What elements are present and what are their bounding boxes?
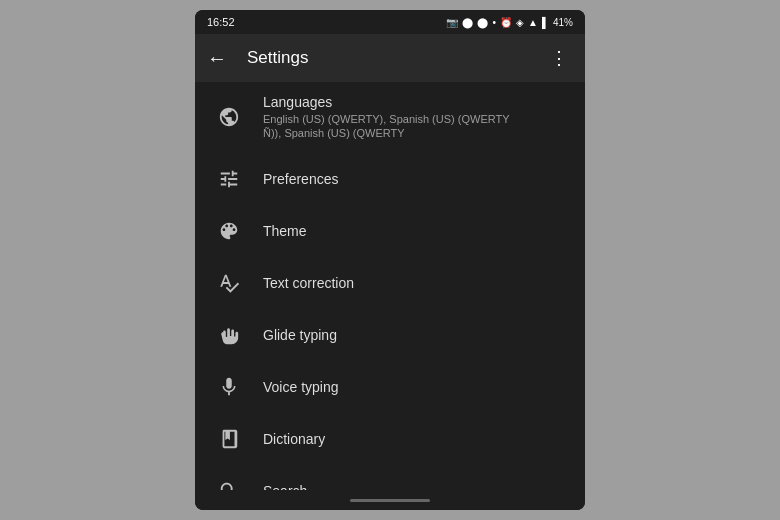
- languages-title: Languages: [263, 94, 569, 110]
- settings-item-text-correction[interactable]: Text correction: [195, 257, 585, 309]
- instagram-icon: 📷: [446, 17, 458, 28]
- toolbar: ← Settings ⋮: [195, 34, 585, 82]
- search-title: Search: [263, 483, 569, 490]
- search-text: Search: [263, 483, 569, 490]
- bottom-bar: [195, 490, 585, 510]
- gesture-icon: [211, 324, 247, 346]
- settings-item-preferences[interactable]: Preferences: [195, 153, 585, 205]
- glide-typing-title: Glide typing: [263, 327, 569, 343]
- alarm-icon: ⏰: [500, 17, 512, 28]
- status-icons: 📷 ⬤ ⬤ • ⏰ ◈ ▲ ▌ 41%: [446, 17, 573, 28]
- settings-item-languages[interactable]: Languages English (US) (QWERTY), Spanish…: [195, 82, 585, 153]
- glide-typing-text: Glide typing: [263, 327, 569, 343]
- settings-item-theme[interactable]: Theme: [195, 205, 585, 257]
- settings-item-dictionary[interactable]: Dictionary: [195, 413, 585, 465]
- back-button[interactable]: ←: [203, 43, 231, 74]
- book-icon: [211, 428, 247, 450]
- theme-text: Theme: [263, 223, 569, 239]
- voice-typing-title: Voice typing: [263, 379, 569, 395]
- microphone-icon: [211, 376, 247, 398]
- dictionary-text: Dictionary: [263, 431, 569, 447]
- dot-icon: •: [492, 17, 496, 28]
- preferences-text: Preferences: [263, 171, 569, 187]
- palette-icon: [211, 220, 247, 242]
- more-button[interactable]: ⋮: [542, 43, 577, 73]
- facebook-icon: ⬤: [462, 17, 473, 28]
- status-bar: 16:52 📷 ⬤ ⬤ • ⏰ ◈ ▲ ▌ 41%: [195, 10, 585, 34]
- settings-item-voice-typing[interactable]: Voice typing: [195, 361, 585, 413]
- sliders-icon: [211, 168, 247, 190]
- dictionary-title: Dictionary: [263, 431, 569, 447]
- settings-item-search[interactable]: Search: [195, 465, 585, 490]
- text-correction-title: Text correction: [263, 275, 569, 291]
- battery-percent: 41%: [553, 17, 573, 28]
- phone-frame: 16:52 📷 ⬤ ⬤ • ⏰ ◈ ▲ ▌ 41% ← Settings ⋮: [195, 10, 585, 510]
- languages-text: Languages English (US) (QWERTY), Spanish…: [263, 94, 569, 141]
- status-time: 16:52: [207, 16, 235, 28]
- settings-list: Languages English (US) (QWERTY), Spanish…: [195, 82, 585, 490]
- home-indicator: [350, 499, 430, 502]
- settings-icon-status: ◈: [516, 17, 524, 28]
- wifi-icon: ▲: [528, 17, 538, 28]
- text-check-icon: [211, 272, 247, 294]
- theme-title: Theme: [263, 223, 569, 239]
- toolbar-title: Settings: [247, 48, 542, 68]
- voice-typing-text: Voice typing: [263, 379, 569, 395]
- globe-icon: [211, 106, 247, 128]
- search-icon: [211, 480, 247, 490]
- languages-subtitle: English (US) (QWERTY), Spanish (US) (QWE…: [263, 112, 569, 141]
- signal-icon: ▌: [542, 17, 549, 28]
- preferences-title: Preferences: [263, 171, 569, 187]
- settings-item-glide-typing[interactable]: Glide typing: [195, 309, 585, 361]
- text-correction-text: Text correction: [263, 275, 569, 291]
- fb-icon2: ⬤: [477, 17, 488, 28]
